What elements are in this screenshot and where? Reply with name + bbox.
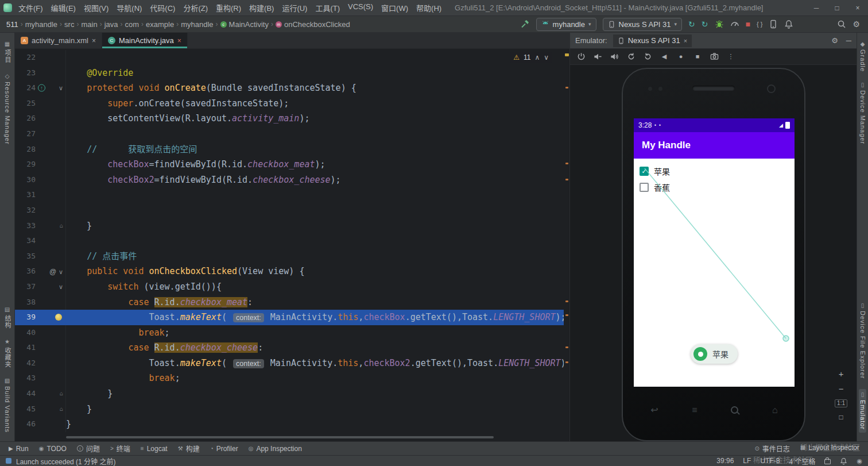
code-line[interactable]: 28 // 获取到点击的空间: [15, 142, 564, 157]
volume-up-icon[interactable]: [610, 52, 619, 61]
code-line[interactable]: 33⌂ }: [15, 218, 564, 234]
apply-changes-icon[interactable]: ↻: [702, 20, 708, 28]
code-line[interactable]: 38 case R.id.checkbox_meat:: [15, 295, 564, 310]
checkbox-row-apple[interactable]: ✓ 苹果: [640, 163, 789, 179]
breadcrumb-item[interactable]: 511: [5, 20, 20, 29]
checkbox-row-banana[interactable]: 香蕉: [640, 179, 789, 195]
code-line[interactable]: 35 // 点击事件: [15, 249, 564, 264]
menu-item[interactable]: 编辑(E): [47, 2, 80, 13]
editor-tab[interactable]: Aactivity_main.xml×: [15, 33, 102, 48]
zoom-in-button[interactable]: +: [839, 369, 844, 378]
menu-item[interactable]: VCS(S): [344, 2, 377, 13]
tool-window-button-terminal[interactable]: >终端: [105, 442, 135, 455]
editor-horizontal-scrollbar[interactable]: [66, 436, 494, 438]
tool-window-button-tool[interactable]: ▤结构: [4, 307, 10, 329]
tool-window-button-layout[interactable]: ▦Layout Inspector: [795, 444, 865, 452]
indent-setting[interactable]: 4 个空格: [789, 456, 815, 466]
tool-window-button-profiler[interactable]: ◔Profiler: [205, 442, 243, 455]
more-icon[interactable]: ⋮: [726, 52, 735, 61]
annotation-marker-icon[interactable]: @: [49, 268, 56, 275]
code-line[interactable]: 42 Toast.makeText( context: MainActivity…: [15, 356, 564, 371]
code-line[interactable]: 43 break;: [15, 371, 564, 386]
volume-down-icon[interactable]: [593, 52, 602, 61]
panel-hide-icon[interactable]: ─: [846, 36, 851, 45]
code-line[interactable]: 31: [15, 187, 564, 203]
code-editor[interactable]: 2223 @Override24↑∨ protected void onCrea…: [15, 49, 569, 441]
menu-item[interactable]: 工具(T): [311, 2, 344, 13]
zoom-out-button[interactable]: −: [839, 384, 844, 393]
tool-window-button-logcat[interactable]: ≡Logcat: [135, 442, 173, 455]
phone-menu-icon[interactable]: ≡: [692, 405, 697, 415]
fold-arrow-icon[interactable]: ∨: [59, 85, 63, 91]
fold-end-icon[interactable]: ⌂: [60, 223, 63, 229]
editor-tab[interactable]: CMainActivity.java×: [102, 33, 188, 48]
breadcrumb-item[interactable]: java: [103, 20, 120, 29]
power-icon[interactable]: [576, 52, 586, 61]
tool-window-button-tool[interactable]: ★收藏夹: [4, 339, 10, 368]
lock-icon[interactable]: [824, 459, 831, 464]
breadcrumb-item[interactable]: myhandle: [24, 20, 59, 29]
code-line[interactable]: 40 break;: [15, 325, 564, 341]
tool-window-button-resource-manager[interactable]: ◇Resource Manager: [4, 74, 10, 145]
tool-window-button-gradle[interactable]: ◆Gradle: [859, 41, 866, 72]
fold-arrow-icon[interactable]: ∨: [59, 268, 63, 275]
menu-item[interactable]: 文件(F): [14, 2, 47, 13]
tool-window-button-tool[interactable]: ▦项目: [4, 41, 10, 63]
profiler-gauge-icon[interactable]: [730, 20, 739, 29]
code-line[interactable]: 29 checkBox=findViewById(R.id.checkbox_m…: [15, 157, 564, 172]
search-icon[interactable]: [837, 20, 846, 29]
settings-gear-icon[interactable]: ⚙: [852, 20, 860, 28]
tool-window-button-device-manager[interactable]: ▯Device Manager: [859, 82, 866, 144]
code-line[interactable]: 45⌂ }: [15, 402, 564, 417]
menu-item[interactable]: 导航(N): [113, 2, 146, 13]
phone-back-icon[interactable]: ↩: [650, 405, 658, 415]
code-line[interactable]: 26 setContentView(R.layout.activity_main…: [15, 111, 564, 126]
zoom-reset-button[interactable]: 1:1: [835, 399, 847, 407]
code-line[interactable]: 37∨ switch (view.getId()){: [15, 279, 564, 295]
tool-window-button-build[interactable]: ⚒构建: [173, 442, 205, 455]
intention-bulb-icon[interactable]: [55, 314, 62, 321]
menu-item[interactable]: 代码(C): [146, 2, 179, 13]
close-icon[interactable]: ×: [847, 0, 868, 16]
menu-item[interactable]: 运行(U): [278, 2, 311, 13]
menu-item[interactable]: 分析(Z): [179, 2, 212, 13]
event-indicator-icon[interactable]: ◉: [857, 458, 862, 464]
panel-gear-icon[interactable]: ⚙: [831, 36, 838, 45]
tab-close-icon[interactable]: ×: [684, 37, 687, 44]
camera-icon[interactable]: [710, 52, 719, 61]
home-icon[interactable]: ●: [676, 52, 685, 61]
code-line[interactable]: 32: [15, 203, 564, 218]
caret-position[interactable]: 39:96: [716, 457, 734, 465]
tool-window-button-problems[interactable]: !问题: [72, 442, 105, 455]
override-marker-icon[interactable]: ↑: [38, 84, 45, 92]
menu-item[interactable]: 重构(R): [212, 2, 245, 13]
tool-window-button-emulator[interactable]: ▯Emulator: [859, 389, 866, 433]
notifications-bell-icon[interactable]: [784, 20, 793, 29]
code-line[interactable]: 25 super.onCreate(savedInstanceState);: [15, 96, 564, 111]
fold-arrow-icon[interactable]: ∨: [59, 284, 63, 290]
maximize-icon[interactable]: □: [827, 0, 847, 16]
tool-window-button-inspect[interactable]: ◎App Inspection: [243, 442, 307, 455]
prev-issue-icon[interactable]: ∧: [534, 53, 540, 61]
stop-icon[interactable]: ■: [746, 20, 750, 28]
tab-close-icon[interactable]: ×: [177, 37, 181, 45]
editor-scrollbar[interactable]: [564, 49, 569, 434]
overview-icon[interactable]: ■: [693, 52, 702, 61]
menu-item[interactable]: 帮助(H): [412, 2, 445, 13]
minimize-icon[interactable]: ─: [806, 0, 827, 16]
device-selector[interactable]: Nexus S API 31 ▾: [603, 18, 683, 31]
code-line[interactable]: 30 checkBox2=findViewById(R.id.checkbox_…: [15, 172, 564, 188]
breadcrumb-item[interactable]: example: [144, 20, 176, 29]
code-line[interactable]: 23 @Override: [15, 66, 564, 81]
breadcrumb-item[interactable]: monCheckboxClicked: [274, 20, 352, 29]
debug-bug-icon[interactable]: [715, 20, 724, 29]
menu-item[interactable]: 构建(B): [245, 2, 278, 13]
file-encoding[interactable]: UTF-8: [760, 457, 780, 465]
code-line[interactable]: 39 Toast.makeText( context: MainActivity…: [15, 310, 564, 325]
zoom-fit-button[interactable]: □: [839, 414, 843, 421]
tool-window-button-build-variants[interactable]: ▧Build Variants: [4, 378, 10, 433]
code-line[interactable]: 34: [15, 233, 564, 249]
breadcrumb-item[interactable]: myhandle: [179, 20, 215, 29]
rotate-right-icon[interactable]: [643, 52, 652, 61]
code-line[interactable]: 22: [15, 50, 564, 66]
